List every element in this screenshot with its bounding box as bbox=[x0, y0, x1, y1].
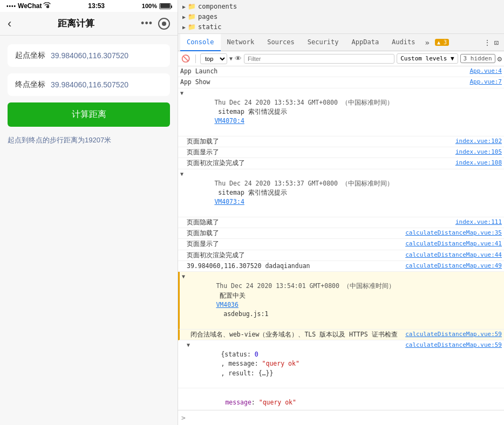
file-tree-pages[interactable]: ▶ 📁 pages bbox=[182, 12, 500, 21]
console-input-field[interactable] bbox=[188, 414, 501, 422]
more-button[interactable]: ••• bbox=[141, 18, 153, 29]
page-title: 距离计算 bbox=[58, 17, 94, 30]
tab-network[interactable]: Network bbox=[221, 34, 261, 51]
eye-icon[interactable]: 👁 bbox=[235, 54, 242, 63]
end-value: 39.984060,116.507520 bbox=[51, 80, 162, 89]
log-message: message: "query ok" bbox=[178, 388, 504, 410]
group2-toggle[interactable] bbox=[180, 170, 183, 178]
log-app-launch: App Launch App.vue:4 bbox=[178, 66, 504, 77]
tab-security[interactable]: Security bbox=[301, 34, 345, 51]
file-tree-static-label: static bbox=[198, 23, 221, 31]
calc-button[interactable]: 计算距离 bbox=[8, 102, 170, 127]
folder-icon-static: 📁 bbox=[188, 23, 196, 31]
start-value: 39.984060,116.307520 bbox=[51, 51, 162, 60]
tab-sources[interactable]: Sources bbox=[261, 34, 301, 51]
status-left: •••• WeChat bbox=[6, 2, 51, 10]
tree-arrow-pages: ▶ bbox=[182, 14, 186, 20]
console-toolbar: 🚫 top ▼ 👁 Custom levels ▼ 3 hidden ⚙ bbox=[178, 51, 504, 66]
object-root-toggle[interactable] bbox=[187, 341, 190, 349]
log-object-root: {status: 0 , message: "query ok" , resul… bbox=[178, 340, 504, 388]
clear-console-button[interactable]: 🚫 bbox=[180, 53, 191, 64]
console-output: App Launch App.vue:4 App Show App.vue:7 … bbox=[178, 66, 504, 410]
context-arrow: ▼ bbox=[229, 56, 233, 61]
file-tree-components-label: components bbox=[198, 3, 237, 10]
file-tree-components[interactable]: ▶ 📁 components bbox=[182, 2, 500, 11]
folder-icon-components: 📁 bbox=[188, 3, 196, 10]
log-coords: 39.984060,116.307520 dadaqianduan calcul… bbox=[178, 261, 504, 272]
log-group-1: Thu Dec 24 2020 13:53:34 GMT+0800 （中国标准时… bbox=[178, 88, 504, 136]
tab-more-icon[interactable]: » bbox=[421, 38, 432, 47]
wechat-simulator: •••• WeChat 13:53 100% ‹ 距离计算 ••• 起点 bbox=[0, 0, 178, 425]
file-tree-static[interactable]: ▶ 📁 static bbox=[182, 23, 500, 31]
back-button[interactable]: ‹ bbox=[8, 17, 11, 31]
result-text: 起点到终点的步行距离为19207米 bbox=[8, 135, 170, 145]
hidden-count-badge: 3 hidden bbox=[460, 54, 495, 63]
tree-arrow-components: ▶ bbox=[182, 4, 186, 10]
end-coord-row: 终点坐标 39.984060,116.507520 bbox=[8, 73, 170, 96]
context-select[interactable]: top bbox=[200, 53, 227, 64]
app-name: WeChat bbox=[18, 2, 42, 10]
log-page-show-2: 页面显示了 calculateDistanceMap.vue:41 bbox=[178, 239, 504, 250]
tab-console[interactable]: Console bbox=[180, 34, 221, 51]
tree-arrow-static: ▶ bbox=[182, 24, 186, 30]
settings-icon[interactable]: ⚙ bbox=[498, 54, 502, 63]
log-page-render-2: 页面初次渲染完成了 calculateDistanceMap.vue:44 bbox=[178, 250, 504, 261]
battery-icon bbox=[159, 3, 171, 9]
log-group-3: Thu Dec 24 2020 13:54:01 GMT+0800 （中国标准时… bbox=[178, 272, 504, 330]
file-tree-pages-label: pages bbox=[198, 13, 217, 20]
tab-audits[interactable]: Audits bbox=[385, 34, 421, 51]
tab-appdata[interactable]: AppData bbox=[345, 34, 386, 51]
end-label: 终点坐标 bbox=[15, 80, 45, 90]
group3-toggle[interactable] bbox=[182, 272, 185, 280]
log-page-hide: 页面隐藏了 index.vue:111 bbox=[178, 217, 504, 228]
status-right: 100% bbox=[142, 3, 171, 9]
devtools-panel: ▶ 📁 components ▶ 📁 pages ▶ 📁 static Cons… bbox=[178, 0, 504, 425]
wifi-icon bbox=[43, 2, 51, 10]
log-page-load-2: 页面加载了 calculateDistanceMap.vue:35 bbox=[178, 228, 504, 239]
start-coord-row: 起点坐标 39.984060,116.307520 bbox=[8, 44, 170, 67]
signal-dots: •••• bbox=[6, 3, 16, 9]
tab-warning-badge: ▲ 3 bbox=[435, 39, 449, 46]
tab-extra-icons: ⋮ ⊡ bbox=[483, 38, 502, 47]
console-input-bar: > bbox=[178, 410, 504, 425]
group1-toggle[interactable] bbox=[180, 89, 183, 97]
battery-percent: 100% bbox=[142, 3, 157, 9]
log-page-show-1: 页面显示了 index.vue:105 bbox=[178, 147, 504, 158]
devtools-tabs: Console Network Sources Security AppData… bbox=[178, 34, 504, 51]
log-page-render-1: 页面初次渲染完成了 index.vue:108 bbox=[178, 158, 504, 169]
time-display: 13:53 bbox=[88, 2, 105, 10]
log-warning-text: 闭合法域名、web-view（业务域名）、TLS 版本以及 HTTPS 证书检查… bbox=[178, 330, 504, 340]
more-options-icon[interactable]: ⋮ bbox=[483, 38, 491, 47]
folder-icon-pages: 📁 bbox=[188, 13, 196, 20]
log-app-show: App Show App.vue:7 bbox=[178, 77, 504, 88]
log-group-2: Thu Dec 24 2020 13:53:37 GMT+0800 （中国标准时… bbox=[178, 169, 504, 217]
custom-levels-button[interactable]: Custom levels ▼ bbox=[397, 53, 458, 64]
log-page-load-1: 页面加载了 index.vue:102 bbox=[178, 136, 504, 147]
capture-button[interactable] bbox=[158, 18, 170, 30]
dock-icon[interactable]: ⊡ bbox=[494, 38, 499, 47]
console-prompt-icon: > bbox=[181, 414, 186, 422]
status-bar: •••• WeChat 13:53 100% bbox=[0, 0, 178, 12]
file-tree: ▶ 📁 components ▶ 📁 pages ▶ 📁 static bbox=[178, 0, 504, 34]
filter-input[interactable] bbox=[244, 54, 394, 64]
nav-bar: ‹ 距离计算 ••• bbox=[0, 12, 178, 36]
app-content: 起点坐标 39.984060,116.307520 终点坐标 39.984060… bbox=[0, 36, 178, 425]
start-label: 起点坐标 bbox=[15, 51, 45, 60]
nav-actions: ••• bbox=[141, 18, 170, 30]
